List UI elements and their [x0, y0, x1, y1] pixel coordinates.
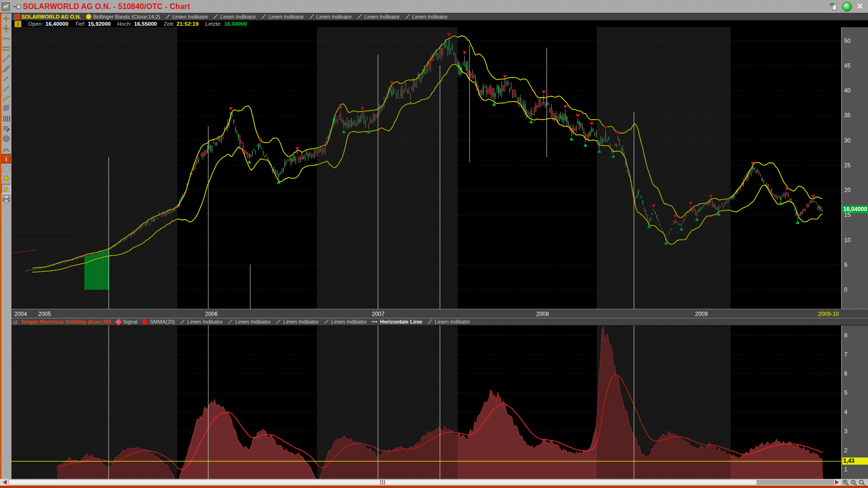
- price-tick-label: 45: [844, 62, 850, 69]
- title-bar[interactable]: SOLARWORLD AG O.N. - 510840/OTC - Chart …: [0, 0, 868, 13]
- tool-select-region[interactable]: [1, 164, 11, 173]
- main-legend-item[interactable]: Linien Indikator: [165, 14, 208, 20]
- print-icon: [2, 194, 10, 203]
- select-region-icon: [2, 164, 10, 173]
- tool-regression-line[interactable]: [1, 84, 11, 93]
- price-tick-label: 15: [844, 212, 850, 218]
- legend-label: Linien Indikator: [235, 319, 271, 325]
- legend-label: Linien Indikator: [220, 14, 256, 20]
- tool-crosshair[interactable]: [1, 14, 11, 23]
- main-legend-item[interactable]: Linien Indikator: [357, 14, 400, 20]
- tool-parallel-trendlines[interactable]: [1, 64, 11, 73]
- vol-legend-item[interactable]: Signal: [116, 319, 138, 325]
- main-chart-legend: SOLARWORLD AG O.N.Bollinger Bands (Close…: [11, 13, 868, 20]
- vol-legend-item[interactable]: Linien Indikator: [324, 319, 367, 325]
- quote-value: 16,40000: [45, 21, 68, 27]
- scroll-left-arrow[interactable]: [3, 480, 7, 485]
- volatility-tick-label: 7: [844, 351, 848, 358]
- pin-icon[interactable]: [13, 2, 21, 11]
- volatility-plot[interactable]: [11, 325, 841, 479]
- vol-legend-item[interactable]: SMMA(20): [142, 319, 175, 325]
- vol-legend-item[interactable]: Linien Indikator: [427, 319, 470, 325]
- quote-label: Letzte:: [205, 21, 222, 27]
- time-axis: 2004200520062007200820092009-10: [11, 309, 868, 318]
- pencil-icon: [165, 14, 171, 20]
- zoom-out-button[interactable]: [850, 479, 858, 486]
- volatility-legend: Simple Historical Volatility (Kurs;90)Si…: [11, 318, 868, 325]
- quote-zeit: Zeit:21:52:19: [163, 21, 198, 27]
- scroll-right-arrow[interactable]: [835, 480, 839, 485]
- price-tick-label: 0: [844, 286, 848, 293]
- legend-label: Linien Indikator: [268, 14, 304, 20]
- chart-window: { "window": { "title": "SOLARWORLD AG O.…: [0, 0, 868, 488]
- horizontal-segment-icon: [2, 34, 10, 43]
- legend-label: Bollinger Bands (Close;14;2): [93, 14, 160, 20]
- tool-info[interactable]: i: [1, 154, 11, 163]
- tool-spiral[interactable]: [1, 134, 11, 143]
- link-icon[interactable]: [829, 2, 838, 11]
- tool-draw-hand[interactable]: [1, 184, 11, 193]
- close-button[interactable]: ✕: [857, 2, 863, 11]
- price-tick-label: 5: [844, 262, 848, 268]
- quote-label: Open:: [28, 21, 43, 27]
- main-legend-item[interactable]: Linien Indikator: [309, 14, 352, 20]
- main-legend-item[interactable]: Bollinger Bands (Close;14;2): [86, 14, 160, 20]
- tool-print[interactable]: [1, 194, 11, 203]
- tool-parallel-segments[interactable]: [1, 44, 11, 53]
- price-axis: 16,04000 50454035302520151050: [841, 27, 868, 309]
- quote-hoch: Hoch:16,55000: [117, 21, 157, 27]
- vol-legend-item[interactable]: Simple Historical Volatility (Kurs;90): [13, 319, 111, 325]
- restore-button[interactable]: [842, 2, 852, 11]
- volatility-tick-label: 8: [844, 332, 848, 339]
- pencil-icon: [276, 319, 281, 325]
- quote-label: Tief:: [75, 21, 85, 27]
- year-label: 2009: [695, 311, 708, 317]
- price-tick-label: 35: [844, 112, 850, 119]
- bottom-border: [0, 486, 868, 488]
- main-legend-item[interactable]: Linien Indikator: [405, 14, 448, 20]
- price-chart-plot[interactable]: [11, 27, 841, 309]
- tool-horizontal-segment[interactable]: [1, 34, 11, 43]
- volatility-tick-label: 1: [844, 466, 848, 473]
- quote-tief: Tief:15,92000: [75, 21, 111, 27]
- vol-legend-item[interactable]: Linien Indikator: [276, 319, 319, 325]
- tool-cross-cursor[interactable]: [1, 24, 11, 33]
- year-label: 2005: [38, 311, 51, 317]
- indicator-chart-icon: [13, 319, 19, 325]
- tool-fibonacci-stack[interactable]: [1, 104, 11, 113]
- tool-vertical-grid[interactable]: [1, 114, 11, 123]
- pencil-icon: [213, 14, 218, 20]
- vol-legend-item[interactable]: Horizontale Linie: [371, 319, 422, 325]
- main-legend-item[interactable]: Linien Indikator: [261, 14, 304, 20]
- tool-text-note[interactable]: [1, 124, 11, 133]
- price-tick-label: 50: [844, 38, 850, 44]
- volatility-tick-label: 4: [844, 409, 848, 416]
- legend-label: Linien Indikator: [364, 14, 400, 20]
- pencil-icon: [261, 14, 266, 20]
- scroll-track[interactable]: [757, 479, 834, 485]
- vol-legend-item[interactable]: Linien Indikator: [180, 319, 223, 325]
- fibonacci-stack-icon: [2, 104, 10, 113]
- volatility-tick-label: 3: [844, 428, 848, 435]
- tool-short-trendline[interactable]: [1, 74, 11, 83]
- horizontal-line-icon: [371, 319, 378, 324]
- alarm-icon: [2, 174, 10, 183]
- zoom-reset-button[interactable]: [858, 479, 866, 486]
- short-trendline-icon: [2, 74, 10, 83]
- tool-arcs[interactable]: [1, 144, 11, 153]
- window-title: SOLARWORLD AG O.N. - 510840/OTC - Chart: [23, 2, 190, 11]
- zoom-in-button[interactable]: [842, 479, 849, 486]
- fibonacci-flags-icon: [2, 94, 10, 103]
- quote-open: Open:16,40000: [28, 21, 68, 27]
- tool-trendline[interactable]: [1, 54, 11, 63]
- legend-label: Linien Indikator: [435, 319, 470, 325]
- tool-alarm[interactable]: [1, 174, 11, 183]
- tool-fibonacci-flags[interactable]: [1, 94, 11, 103]
- regression-line-icon: [2, 84, 10, 93]
- vol-legend-item[interactable]: Linien Indikator: [227, 319, 271, 325]
- main-legend-item[interactable]: Linien Indikator: [213, 14, 256, 20]
- trendline-icon: [2, 54, 10, 63]
- main-legend-item[interactable]: SOLARWORLD AG O.N.: [14, 14, 81, 20]
- scroll-thumb[interactable]: |||: [9, 479, 757, 485]
- horizontal-scrollbar[interactable]: |||: [0, 479, 868, 486]
